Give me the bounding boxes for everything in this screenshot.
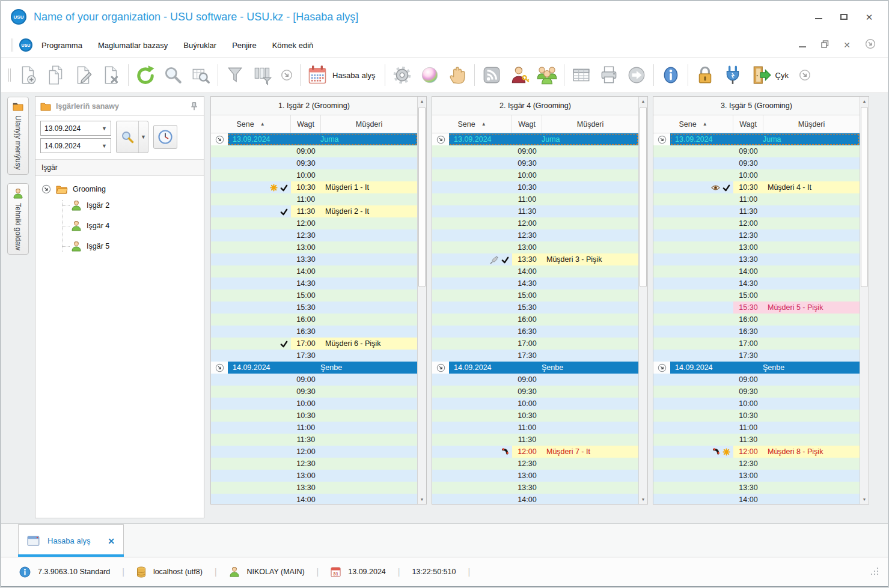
timeslot-row[interactable]: 10:00 xyxy=(653,169,860,181)
timeslot-row[interactable]: 11:30 xyxy=(432,205,638,217)
group-collapse-icon[interactable] xyxy=(215,363,224,372)
column-header-time[interactable]: Wagt xyxy=(512,115,542,133)
vertical-scrollbar[interactable]: ▲▼ xyxy=(417,97,426,504)
filter-panel-button[interactable] xyxy=(249,61,276,89)
appointment-row[interactable]: 12:00Müşderi 8 - Pişik xyxy=(653,446,860,458)
timeslot-row[interactable]: 09:30 xyxy=(653,386,860,398)
timeslot-row[interactable]: 09:30 xyxy=(211,157,417,169)
hand-button[interactable] xyxy=(444,61,471,89)
timeslot-row[interactable]: 16:00 xyxy=(211,314,417,326)
mdi-overflow-button[interactable] xyxy=(865,38,876,52)
new-record-button[interactable] xyxy=(14,61,42,89)
timeslot-row[interactable]: 15:00 xyxy=(432,289,638,302)
timeslot-row[interactable]: 17:00 xyxy=(653,338,860,350)
timeslot-row[interactable]: 10:30 xyxy=(432,410,638,422)
timeslot-row[interactable]: 15:00 xyxy=(653,289,860,302)
timeslot-row[interactable]: 17:30 xyxy=(653,350,860,362)
scrollbar-thumb[interactable] xyxy=(640,107,647,287)
appointment-row[interactable]: 10:30Müşderi 1 - It xyxy=(211,181,417,193)
timeslot-row[interactable]: 15:30 xyxy=(211,302,417,314)
timeslot-row[interactable]: 14:00 xyxy=(211,265,417,277)
timeslot-row[interactable]: 12:30 xyxy=(211,458,417,470)
tree-group-grooming[interactable]: Grooming xyxy=(41,184,198,194)
timeslot-row[interactable]: 14:00 xyxy=(653,265,860,277)
group-collapse-icon[interactable] xyxy=(436,135,445,144)
date-group-row[interactable]: 13.09.2024Juma xyxy=(432,133,638,145)
appointment-row[interactable]: 15:30Müşderi 5 - Pişik xyxy=(653,302,860,314)
timeslot-row[interactable]: 14:00 xyxy=(432,265,638,277)
timeslot-row[interactable]: 14:30 xyxy=(211,277,417,289)
scroll-down-icon[interactable]: ▼ xyxy=(418,495,426,504)
sidebar-tab-user-menu[interactable]: Ulanyjy menýusy xyxy=(7,97,29,175)
timeslot-row[interactable]: 17:00 xyxy=(432,338,638,350)
timeslot-row[interactable]: 13:00 xyxy=(432,470,638,482)
refresh-button[interactable] xyxy=(132,61,159,89)
timeslot-row[interactable]: 11:30 xyxy=(432,434,638,446)
timeslot-row[interactable]: 11:00 xyxy=(432,193,638,205)
search-button[interactable] xyxy=(159,61,187,89)
group-collapse-icon[interactable] xyxy=(215,135,224,144)
timeslot-row[interactable]: 15:00 xyxy=(211,289,417,302)
timeslot-row[interactable]: 11:00 xyxy=(432,422,638,434)
timeslot-row[interactable]: 09:00 xyxy=(432,145,638,157)
maximize-button[interactable] xyxy=(840,13,848,21)
scroll-up-icon[interactable]: ▲ xyxy=(418,97,426,106)
user-access-button[interactable] xyxy=(506,61,533,89)
timeslot-row[interactable]: 14:30 xyxy=(432,277,638,289)
users-group-button[interactable] xyxy=(533,61,561,89)
timeslot-row[interactable]: 12:30 xyxy=(432,458,638,470)
timeslot-row[interactable]: 10:00 xyxy=(432,169,638,181)
timeslot-row[interactable]: 09:00 xyxy=(432,374,638,386)
date-group-row[interactable]: 14.09.2024Şenbe xyxy=(653,362,860,374)
group-collapse-icon[interactable] xyxy=(436,363,445,372)
resize-grip[interactable] xyxy=(870,566,879,578)
timeslot-row[interactable]: 11:30 xyxy=(653,205,860,217)
mdi-minimize-button[interactable] xyxy=(798,41,807,49)
timeslot-row[interactable]: 16:30 xyxy=(432,326,638,338)
table-view-button[interactable] xyxy=(567,61,595,89)
tab-hasaba-alys[interactable]: Hasaba alyş ✕ xyxy=(18,524,124,557)
scroll-up-icon[interactable]: ▲ xyxy=(639,97,647,106)
timeslot-row[interactable]: 13:30 xyxy=(211,253,417,265)
info-button[interactable] xyxy=(657,61,685,89)
timeslot-row[interactable]: 16:00 xyxy=(432,314,638,326)
timeslot-row[interactable]: 12:30 xyxy=(653,458,860,470)
vertical-scrollbar[interactable]: ▲▼ xyxy=(860,97,869,504)
timeslot-row[interactable]: 12:30 xyxy=(653,229,860,241)
edit-record-button[interactable] xyxy=(70,61,97,89)
timeslot-row[interactable]: 17:30 xyxy=(432,350,638,362)
search-split-button[interactable]: ▼ xyxy=(116,121,148,153)
timeslot-row[interactable]: 10:00 xyxy=(211,169,417,181)
timeslot-row[interactable]: 10:30 xyxy=(432,181,638,193)
scroll-down-icon[interactable]: ▼ xyxy=(860,495,869,504)
timeslot-row[interactable]: 09:30 xyxy=(653,157,860,169)
tab-close-icon[interactable]: ✕ xyxy=(108,536,115,546)
date-group-row[interactable]: 14.09.2024Şenbe xyxy=(432,362,638,374)
scrollbar-thumb[interactable] xyxy=(861,107,868,287)
timeslot-row[interactable]: 12:30 xyxy=(211,229,417,241)
timeslot-row[interactable]: 14:00 xyxy=(211,494,417,504)
timeslot-row[interactable]: 14:00 xyxy=(432,494,638,504)
scroll-down-icon[interactable]: ▼ xyxy=(639,495,647,504)
timeslot-row[interactable]: 16:30 xyxy=(211,326,417,338)
timeslot-row[interactable]: 15:30 xyxy=(432,302,638,314)
timeslot-row[interactable]: 13:00 xyxy=(653,241,860,253)
timeslot-row[interactable]: 13:00 xyxy=(211,241,417,253)
search-options-arrow[interactable]: ▼ xyxy=(138,121,148,153)
timeslot-row[interactable]: 14:30 xyxy=(653,277,860,289)
search-advanced-button[interactable] xyxy=(187,61,215,89)
menu-penjire[interactable]: Penjire xyxy=(225,37,263,53)
timeslot-row[interactable]: 10:00 xyxy=(211,398,417,410)
timeslot-row[interactable]: 11:00 xyxy=(653,422,860,434)
timeslot-row[interactable]: 11:00 xyxy=(211,422,417,434)
timeslot-row[interactable]: 09:30 xyxy=(432,157,638,169)
timeslot-row[interactable]: 14:00 xyxy=(653,494,860,504)
print-button[interactable] xyxy=(595,61,623,89)
scrollbar-thumb[interactable] xyxy=(418,107,426,287)
scroll-up-icon[interactable]: ▲ xyxy=(860,97,869,106)
timeslot-row[interactable]: 11:30 xyxy=(211,434,417,446)
column-header-time[interactable]: Wagt xyxy=(733,115,763,133)
menu-drag-handle[interactable] xyxy=(11,38,13,52)
timeslot-row[interactable]: 09:00 xyxy=(653,374,860,386)
tree-item-isgar-4[interactable]: Işgär 4 xyxy=(71,220,198,231)
